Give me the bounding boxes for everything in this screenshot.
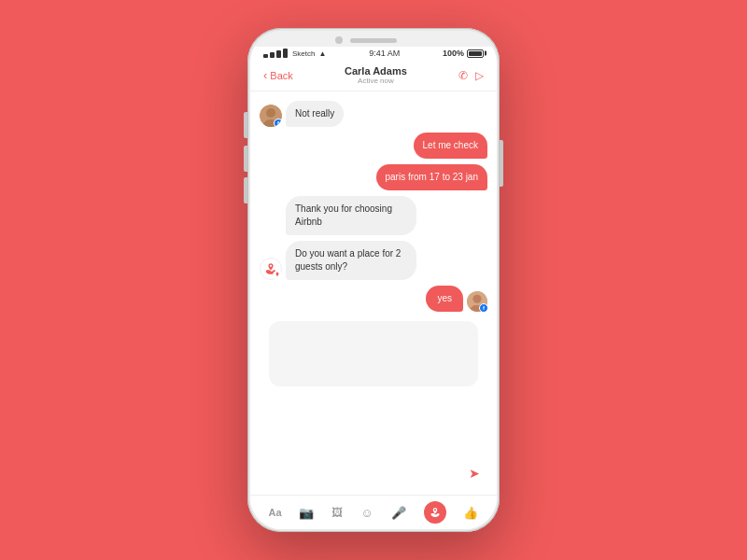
chat-area: f Not really Let me check par (250, 91, 497, 495)
chat-body: f Not really Let me check par (250, 91, 497, 529)
message-bubble: Not really (286, 101, 344, 127)
battery-icon (467, 49, 484, 58)
message-row: Thank you for choosing Airbnb (260, 196, 487, 235)
message-text: Not really (295, 108, 334, 119)
message-row: paris from 17 to 23 jan (260, 164, 487, 190)
input-card[interactable] (269, 321, 478, 386)
carrier-label: Sketch (292, 49, 315, 58)
svg-point-1 (266, 108, 275, 118)
facebook-icon: f (277, 120, 279, 126)
airbnb-button[interactable] (424, 501, 446, 524)
chevron-left-icon: ‹ (263, 68, 267, 82)
message-text: yes (437, 293, 452, 303)
phone-top-bar (250, 31, 497, 47)
battery-fill (469, 51, 482, 56)
like-icon[interactable]: 👍 (463, 506, 478, 520)
bottom-toolbar: Aa 📷 🖼 ☺ 🎤 👍 (250, 495, 497, 529)
message-row: Do you want a place for 2 guests only? (260, 241, 487, 280)
phone-frame: Sketch ▲ 9:41 AM 100% ‹ Back Carla Adams… (247, 28, 500, 532)
nav-actions: ✆ ▷ (458, 69, 484, 82)
emoji-icon[interactable]: ☺ (360, 506, 373, 520)
video-icon[interactable]: ▷ (475, 69, 484, 82)
signal-icon (263, 49, 288, 58)
gallery-icon[interactable]: 🖼 (331, 506, 343, 519)
message-text: Thank you for choosing Airbnb (295, 203, 392, 227)
status-right: 100% (443, 49, 484, 58)
svg-point-4 (472, 295, 481, 303)
speaker (350, 38, 397, 43)
mic-icon[interactable]: 🎤 (391, 506, 406, 520)
message-bubble: paris from 17 to 23 jan (376, 164, 488, 190)
message-bubble: Thank you for choosing Airbnb (286, 196, 416, 235)
back-button[interactable]: ‹ Back (263, 68, 293, 82)
airbnb-avatar (260, 258, 282, 280)
sender-avatar: f (467, 291, 487, 312)
facebook-icon: f (483, 305, 485, 311)
message-row: yes f (260, 286, 487, 312)
message-bubble: Do you want a place for 2 guests only? (286, 241, 416, 280)
avatar: f (260, 105, 282, 127)
back-label[interactable]: Back (270, 70, 292, 81)
status-left: Sketch ▲ (263, 49, 326, 58)
phone-screen: Sketch ▲ 9:41 AM 100% ‹ Back Carla Adams… (250, 31, 497, 529)
message-text: Let me check (423, 140, 478, 150)
nav-bar: ‹ Back Carla Adams Active now ✆ ▷ (250, 60, 497, 91)
text-input-icon[interactable]: Aa (268, 507, 281, 518)
message-text: paris from 17 to 23 jan (386, 172, 479, 182)
status-bar: Sketch ▲ 9:41 AM 100% (250, 47, 497, 60)
airbnb-badge (273, 271, 282, 280)
facebook-badge: f (274, 119, 282, 127)
camera-icon[interactable]: 📷 (299, 506, 314, 520)
message-row: Let me check (260, 133, 487, 159)
message-text: Do you want a place for 2 guests only? (295, 248, 401, 272)
phone-icon[interactable]: ✆ (458, 69, 468, 82)
facebook-badge-sent: f (479, 303, 488, 313)
battery-percent: 100% (443, 49, 464, 58)
contact-status: Active now (345, 77, 407, 85)
wifi-icon: ▲ (318, 49, 326, 58)
status-time: 9:41 AM (369, 49, 400, 58)
nav-center: Carla Adams Active now (345, 65, 407, 85)
message-bubble: Let me check (414, 133, 487, 159)
contact-name: Carla Adams (345, 65, 407, 77)
send-button[interactable]: ➤ (469, 466, 480, 481)
message-bubble: yes (426, 286, 463, 312)
message-row: f Not really (260, 101, 487, 127)
